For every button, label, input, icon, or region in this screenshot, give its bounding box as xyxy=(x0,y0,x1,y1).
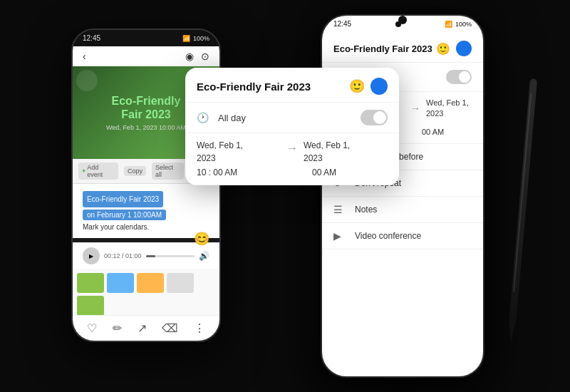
volume-icon[interactable]: 🔊 xyxy=(199,251,209,261)
mark-text: Mark your calendars. xyxy=(83,223,209,231)
back-topbar: ‹ ◉ ⊙ xyxy=(73,46,219,66)
popup-all-day-row: 🕐 All day xyxy=(185,103,399,133)
popup-date-row: Wed, Feb 1, 2023 → Wed, Feb 1, 2023 xyxy=(197,139,388,165)
settings-icon[interactable]: ⊙ xyxy=(201,51,209,62)
s-pen xyxy=(507,78,539,342)
more-icon[interactable]: ⋮ xyxy=(194,321,205,335)
s-pen-tip xyxy=(507,320,517,342)
thumbnail-2[interactable] xyxy=(107,273,134,293)
player-time: 00:12 / 01:00 xyxy=(104,252,142,259)
front-event-icons: 🙂 xyxy=(436,41,472,56)
s-pen-body xyxy=(509,78,538,321)
end-time: 00 AM xyxy=(422,127,472,138)
back-arrow-icon[interactable]: ‹ xyxy=(83,51,86,62)
popup-all-day-label: All day xyxy=(218,113,353,123)
popup-all-day-toggle[interactable] xyxy=(361,110,388,125)
popup-start-date: Wed, Feb 1, 2023 xyxy=(197,139,281,165)
popup-icons: 🙂 xyxy=(349,78,388,95)
popup-card: Eco-Friendly Fair 2023 🙂 🕐 All day Wed, … xyxy=(185,68,399,185)
add-event-button[interactable]: + Add event xyxy=(78,163,118,180)
popup-date-section: Wed, Feb 1, 2023 → Wed, Feb 1, 2023 10 :… xyxy=(185,133,399,185)
back-battery: 100% xyxy=(193,35,209,42)
popup-title: Eco-Friendly Fair 2023 xyxy=(197,81,311,93)
thumbnail-5[interactable] xyxy=(77,296,104,316)
camera-cutout xyxy=(398,16,407,24)
heart-icon[interactable]: ♡ xyxy=(87,321,97,335)
thumbnail-1[interactable] xyxy=(77,273,104,293)
progress-fill xyxy=(146,255,156,257)
end-date: Wed, Feb 1, 2023 xyxy=(426,98,476,120)
front-battery: 100% xyxy=(455,21,472,28)
popup-end-date: Wed, Feb 1, 2023 xyxy=(304,139,388,165)
play-button[interactable]: ▶ xyxy=(83,247,100,264)
video-label: Video conference xyxy=(355,231,472,241)
popup-header: Eco-Friendly Fair 2023 🙂 xyxy=(185,68,399,103)
back-thumbnails xyxy=(73,269,219,320)
progress-bar[interactable] xyxy=(146,255,195,257)
leaf-decoration xyxy=(76,70,98,91)
back-event-title: Eco-Friendly Fair 2023 xyxy=(112,94,181,121)
front-status-time: 12:45 xyxy=(333,20,351,28)
highlighted-line2: on February 1 10:00AM xyxy=(83,210,166,220)
plus-icon: + xyxy=(82,167,86,175)
trash-icon[interactable]: ⌫ xyxy=(162,321,178,335)
select-all-button[interactable]: Select all xyxy=(152,163,184,180)
popup-arrow: → xyxy=(286,142,298,155)
color-dot[interactable] xyxy=(456,41,472,56)
end-date-line2: 2023 xyxy=(426,108,476,119)
back-bottom-bar: ♡ ✏ ↗ ⌫ ⋮ xyxy=(73,315,219,341)
back-phone-status: 12:45 📶 100% xyxy=(73,30,219,46)
pencil-icon[interactable]: ✏ xyxy=(113,321,122,335)
video-row[interactable]: ▶ Video conference xyxy=(322,223,483,249)
back-event-date-small: Wed, Feb 1, 2023 10:00 AM xyxy=(106,124,186,131)
back-signal-icon: 📶 xyxy=(182,35,190,42)
video-icon: ▶ xyxy=(333,230,346,242)
date-arrow: → xyxy=(410,103,420,114)
front-signal-icon: 📶 xyxy=(445,21,452,28)
event-year: 2023 xyxy=(145,108,171,120)
popup-time-row: 10 : 00 AM 00 AM xyxy=(197,167,388,177)
emoji-sticker: 😊 xyxy=(194,231,209,247)
popup-start-line1: Wed, Feb 1, xyxy=(197,139,281,152)
popup-end-line2: 2023 xyxy=(304,152,388,165)
eye-icon[interactable]: ◉ xyxy=(185,51,194,62)
notes-row[interactable]: ☰ Notes xyxy=(322,197,483,223)
popup-color-dot[interactable] xyxy=(370,78,388,95)
back-status-time: 12:45 xyxy=(83,34,100,42)
end-date-line1: Wed, Feb 1, xyxy=(426,98,476,108)
thumbnail-3[interactable] xyxy=(137,273,164,293)
copy-button[interactable]: Copy xyxy=(124,166,146,176)
popup-end-line1: Wed, Feb 1, xyxy=(304,139,388,152)
share-icon[interactable]: ↗ xyxy=(138,321,147,335)
popup-clock-icon: 🕐 xyxy=(197,112,211,123)
popup-start-time: 10 : 00 AM xyxy=(197,167,272,177)
end-time-val: 00 AM xyxy=(422,127,472,138)
back-topbar-icons: ◉ ⊙ xyxy=(185,51,209,62)
front-event-title: Eco-Friendly Fair 2023 xyxy=(333,43,432,54)
play-icon: ▶ xyxy=(89,253,93,259)
notes-label: Notes xyxy=(355,205,472,215)
thumbnail-4[interactable] xyxy=(167,273,194,293)
popup-end-time: 00 AM xyxy=(312,167,388,177)
back-highlighted-content: Eco-Friendly Fair 2023 on February 1 10:… xyxy=(73,184,219,238)
all-day-toggle[interactable] xyxy=(446,70,472,84)
front-event-row: Eco-Friendly Fair 2023 🙂 xyxy=(322,32,483,63)
smiley-icon[interactable]: 🙂 xyxy=(436,42,450,56)
popup-start-line2: 2023 xyxy=(197,152,281,165)
notes-icon: ☰ xyxy=(333,204,346,215)
highlighted-line1: Eco-Friendly Fair 2023 xyxy=(83,191,163,207)
popup-smiley-icon[interactable]: 🙂 xyxy=(349,78,365,94)
